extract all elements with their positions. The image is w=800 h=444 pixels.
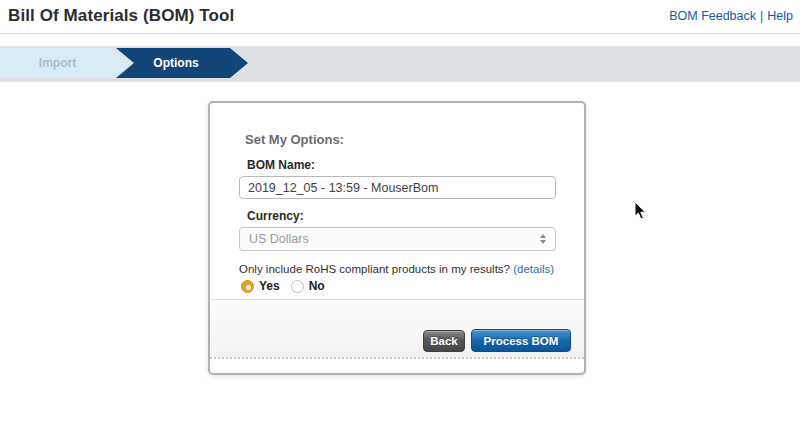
dialog-heading: Set My Options: [245, 132, 344, 147]
rohs-details-link[interactable]: (details) [513, 263, 554, 275]
currency-label: Currency: [247, 209, 304, 223]
rohs-question: Only include RoHS compliant products in … [239, 263, 554, 275]
process-bom-button[interactable]: Process BOM [471, 329, 571, 352]
help-link[interactable]: Help [767, 9, 793, 23]
currency-selected-value: US Dollars [249, 232, 309, 246]
rohs-no-label: No [309, 279, 325, 293]
step-import-label: Import [39, 56, 76, 70]
bom-name-input[interactable] [239, 176, 556, 199]
rohs-yes-label: Yes [259, 279, 280, 293]
up-down-stepper-icon [540, 234, 546, 244]
bom-feedback-link[interactable]: BOM Feedback [669, 9, 756, 23]
step-import[interactable]: Import [0, 48, 131, 78]
rohs-yes-radio[interactable] [241, 280, 254, 293]
rohs-no-radio[interactable] [291, 280, 304, 293]
wizard-step-bar: Import Options [0, 46, 800, 82]
header-links: BOM Feedback|Help [669, 9, 793, 23]
back-button[interactable]: Back [423, 330, 465, 352]
currency-select[interactable]: US Dollars [239, 227, 556, 251]
bom-name-label: BOM Name: [247, 158, 315, 172]
set-options-dialog: Set My Options: BOM Name: Currency: US D… [208, 101, 586, 375]
bom-tool-page: Bill Of Materials (BOM) Tool BOM Feedbac… [0, 0, 800, 444]
page-title: Bill Of Materials (BOM) Tool [8, 6, 234, 26]
mouse-pointer-icon [634, 201, 647, 220]
rohs-radio-group: Yes No [241, 279, 336, 293]
header-divider [0, 33, 800, 34]
step-options-label: Options [153, 56, 198, 70]
step-options[interactable]: Options [116, 48, 248, 78]
rohs-question-text: Only include RoHS compliant products in … [239, 263, 510, 275]
link-separator: | [760, 9, 763, 23]
